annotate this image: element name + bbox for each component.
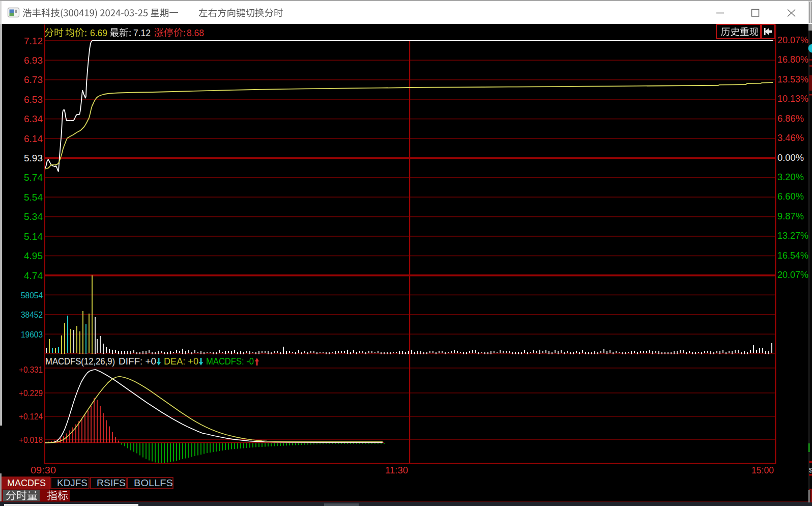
svg-text:+0.124: +0.124: [19, 412, 43, 421]
svg-text:+0.331: +0.331: [19, 366, 43, 374]
svg-text:5.34: 5.34: [24, 211, 43, 222]
svg-text:13.27%: 13.27%: [777, 230, 808, 241]
svg-text:5.14: 5.14: [24, 231, 43, 242]
svg-text:+0.229: +0.229: [19, 389, 43, 398]
svg-text:MACDFS: -0: MACDFS: -0: [206, 356, 254, 367]
svg-text:+0.018: +0.018: [19, 436, 43, 444]
svg-text:MACDFS: MACDFS: [7, 478, 46, 488]
svg-text:6.53: 6.53: [24, 94, 43, 105]
svg-text:20.07%: 20.07%: [777, 269, 808, 280]
svg-text:6.34: 6.34: [24, 114, 43, 124]
svg-text:5.93: 5.93: [24, 153, 43, 163]
svg-text:5.54: 5.54: [24, 192, 43, 203]
svg-text:0.00%: 0.00%: [777, 152, 804, 163]
svg-text:5.74: 5.74: [24, 172, 43, 183]
svg-text:7.12: 7.12: [24, 36, 43, 46]
svg-text:6.14: 6.14: [24, 133, 43, 144]
svg-text:20.07%: 20.07%: [777, 35, 808, 45]
svg-text:DIFF: +0: DIFF: +0: [119, 356, 156, 367]
svg-text:15:00: 15:00: [751, 465, 774, 475]
svg-text:10.13%: 10.13%: [777, 93, 808, 104]
svg-text:6.69: 6.69: [90, 28, 107, 38]
svg-text:9.87%: 9.87%: [777, 211, 804, 221]
svg-text:BOLLFS: BOLLFS: [134, 478, 173, 488]
svg-text:58054: 58054: [21, 291, 43, 300]
svg-text:MACDFS(12,26,9): MACDFS(12,26,9): [45, 356, 115, 367]
svg-text:7.12: 7.12: [133, 28, 151, 38]
svg-text:RSIFS: RSIFS: [97, 478, 126, 488]
svg-text:6.86%: 6.86%: [777, 113, 804, 124]
svg-text:11:30: 11:30: [385, 465, 408, 475]
svg-text:8.68: 8.68: [187, 28, 204, 38]
svg-text:13.53%: 13.53%: [777, 74, 808, 85]
svg-text:6.60%: 6.60%: [777, 191, 804, 202]
svg-text:16.80%: 16.80%: [777, 54, 808, 65]
svg-text:KDJFS: KDJFS: [57, 478, 88, 488]
svg-text:3.20%: 3.20%: [777, 172, 804, 182]
svg-text:19603: 19603: [21, 330, 43, 340]
svg-text:16.54%: 16.54%: [777, 250, 808, 261]
svg-text:3.46%: 3.46%: [777, 132, 804, 143]
svg-text:$: $: [809, 466, 812, 474]
svg-text:6.93: 6.93: [24, 55, 43, 66]
svg-text:4.95: 4.95: [24, 250, 43, 261]
svg-text:38452: 38452: [21, 310, 43, 320]
svg-text:6.73: 6.73: [24, 74, 43, 85]
svg-text:DEA: +0: DEA: +0: [164, 356, 198, 367]
svg-text:4.74: 4.74: [24, 270, 43, 281]
svg-text:09:30: 09:30: [31, 465, 56, 475]
